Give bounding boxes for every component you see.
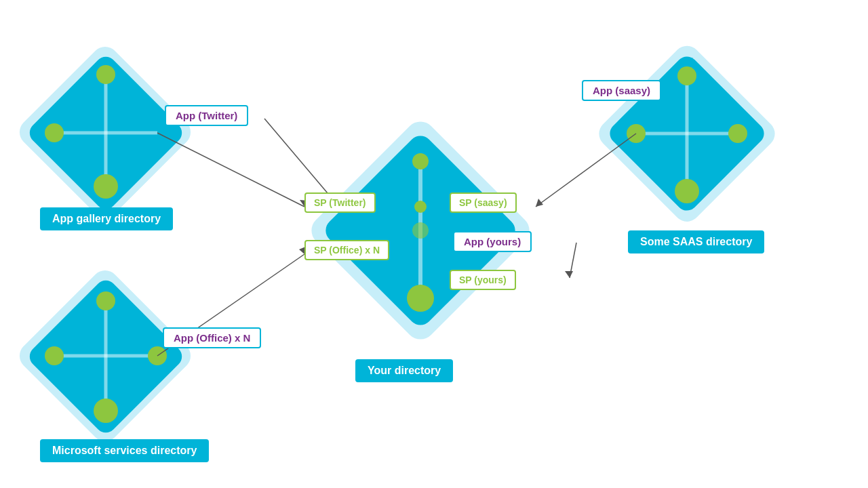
your-directory-label: Your directory xyxy=(355,359,453,382)
svg-point-11 xyxy=(96,291,115,310)
connector-gallery-to-twitter xyxy=(157,133,304,207)
app-saasy-label: App (saasy) xyxy=(582,80,661,101)
svg-rect-7 xyxy=(14,265,197,447)
svg-rect-15 xyxy=(305,115,535,345)
svg-point-25 xyxy=(677,66,696,85)
app-office-label: App (Office) x N xyxy=(163,327,261,348)
svg-point-12 xyxy=(45,346,64,365)
svg-point-19 xyxy=(407,285,434,312)
svg-rect-8 xyxy=(25,276,186,437)
your-directory-diamond xyxy=(305,115,535,345)
sp-saasy-label: SP (saasy) xyxy=(450,192,517,213)
svg-rect-22 xyxy=(606,52,768,215)
microsoft-services-label: Microsoft services directory xyxy=(40,439,209,462)
app-gallery-diamond xyxy=(14,41,197,224)
connector-saas-to-sp-saasy xyxy=(536,134,636,207)
sp-twitter-label: SP (Twitter) xyxy=(304,192,376,213)
svg-point-14 xyxy=(94,399,118,423)
svg-rect-0 xyxy=(14,41,197,224)
svg-rect-16 xyxy=(321,131,520,330)
some-saas-diamond xyxy=(593,40,781,227)
sp-office-label: SP (Office) x N xyxy=(304,240,389,260)
svg-point-28 xyxy=(675,179,699,203)
svg-rect-1 xyxy=(25,52,186,214)
svg-point-26 xyxy=(627,124,646,143)
svg-point-4 xyxy=(96,65,115,84)
connector-yours-arrow xyxy=(570,243,576,278)
app-twitter-label: App (Twitter) xyxy=(165,105,248,126)
svg-point-5 xyxy=(45,123,64,142)
svg-point-13 xyxy=(148,346,167,365)
svg-rect-21 xyxy=(593,40,781,227)
sp-twitter-dot xyxy=(414,201,427,213)
svg-marker-33 xyxy=(565,271,573,278)
sp-yours-label: SP (yours) xyxy=(450,270,516,290)
svg-marker-32 xyxy=(536,199,543,207)
microsoft-services-diamond xyxy=(14,265,197,447)
svg-point-27 xyxy=(728,124,747,143)
some-saas-label: Some SAAS directory xyxy=(628,230,764,253)
svg-point-18 xyxy=(412,153,429,169)
svg-point-6 xyxy=(94,174,118,199)
app-yours-label: App (yours) xyxy=(453,231,532,252)
app-gallery-label: App gallery directory xyxy=(40,207,173,230)
svg-point-20 xyxy=(412,222,429,239)
